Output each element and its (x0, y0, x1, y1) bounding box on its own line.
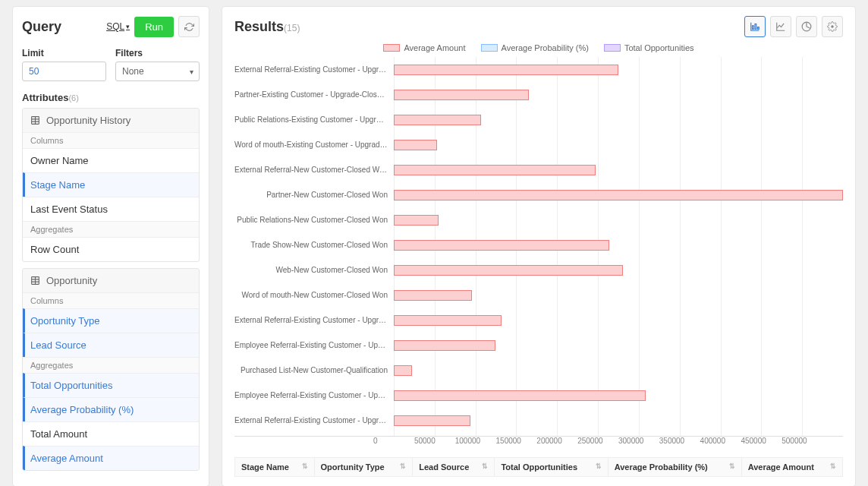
chart-category-label: Partner-Existing Customer - Upgrade-Clos… (234, 90, 394, 99)
sort-icon: ⇅ (729, 462, 735, 470)
chart-row: Purchased List-New Customer-Qualificatio… (234, 359, 843, 382)
attribute-item[interactable]: Average Probability (%) (23, 397, 199, 421)
limit-input[interactable] (22, 62, 106, 81)
svg-point-6 (831, 25, 834, 28)
filters-select[interactable]: None (115, 62, 200, 81)
legend-item[interactable]: Average Probability (%) (481, 43, 589, 52)
legend-item[interactable]: Total Opportunities (604, 43, 694, 52)
attribute-table-header[interactable]: Opportunity (23, 269, 199, 292)
refresh-button[interactable] (178, 16, 200, 37)
sql-label: SQL (106, 21, 124, 32)
chart-bar[interactable] (394, 315, 502, 326)
chart-category-label: Trade Show-New Customer-Closed Won (234, 241, 394, 249)
chart-category-label: External Referral-Existing Customer - Up… (234, 65, 394, 74)
chart-bar[interactable] (394, 240, 609, 251)
chart-bar[interactable] (394, 115, 481, 125)
column-label: Oportunity Type (321, 462, 385, 472)
results-title: Results (234, 19, 284, 34)
settings-button[interactable] (822, 16, 843, 37)
chart-row: Web-New Customer-Closed Won (234, 259, 843, 282)
chart-category-label: Employee Referral-Existing Customer - Up… (234, 391, 394, 399)
column-label: Stage Name (241, 462, 289, 472)
chart-bar-track (394, 209, 843, 232)
chart-row: Employee Referral-Existing Customer - Up… (234, 334, 843, 357)
chart-bar[interactable] (394, 140, 437, 150)
attribute-item[interactable]: Total Amount (23, 421, 199, 446)
legend-item[interactable]: Average Amount (383, 43, 465, 52)
chart-category-label: External Referral-New Customer-Closed Wo… (234, 166, 394, 174)
chart-bar[interactable] (394, 90, 529, 100)
limit-label: Limit (22, 48, 106, 58)
chart-row: Public Relations-Existing Customer - Upg… (234, 109, 843, 131)
chart-bar[interactable] (394, 390, 646, 401)
sql-dropdown[interactable]: SQL ▾ (106, 21, 130, 32)
chart-category-label: External Referral-Existing Customer - Up… (234, 316, 394, 324)
attributes-count: (6) (68, 93, 78, 103)
chart-category-label: Word of mouth-New Customer-Closed Won (234, 291, 394, 299)
attribute-item[interactable]: Row Count (23, 237, 199, 261)
bar-chart-button[interactable] (744, 16, 766, 37)
chart-category-label: Public Relations-Existing Customer - Upg… (234, 115, 394, 124)
query-panel: Query SQL ▾ Run Limit Filters (12, 6, 209, 486)
chart-bar[interactable] (394, 340, 495, 351)
chart-bar-track (394, 384, 843, 407)
legend-swatch (481, 44, 498, 52)
attribute-item[interactable]: Last Event Status (23, 197, 199, 221)
chart-bar[interactable] (394, 190, 843, 200)
attribute-item[interactable]: Stage Name (23, 172, 199, 197)
chart-bar-track (394, 409, 843, 432)
svg-rect-2 (753, 26, 754, 30)
legend-swatch (383, 44, 400, 52)
columns-subhead: Columns (23, 292, 199, 308)
attribute-item[interactable]: Owner Name (23, 148, 199, 172)
chart-row: Partner-New Customer-Closed Won (234, 184, 843, 207)
chart-row: External Referral-Existing Customer - Up… (234, 58, 843, 81)
table-column-header[interactable]: Total Opportunities⇅ (495, 458, 608, 477)
table-column-header[interactable]: Stage Name⇅ (235, 458, 315, 477)
legend-label: Average Probability (%) (502, 43, 589, 52)
chart-row: Word of mouth-New Customer-Closed Won (234, 284, 843, 307)
line-chart-button[interactable] (770, 16, 791, 37)
results-table: Stage Name⇅Oportunity Type⇅Lead Source⇅T… (234, 457, 843, 477)
pie-chart-button[interactable] (796, 16, 817, 37)
chart-row: Public Relations-New Customer-Closed Won (234, 209, 843, 232)
chart-bar-track (394, 159, 843, 181)
chevron-down-icon: ▾ (126, 23, 130, 30)
attribute-item[interactable]: Average Amount (23, 446, 199, 470)
table-column-header[interactable]: Average Probability (%)⇅ (608, 458, 741, 477)
chart-bar[interactable] (394, 265, 623, 276)
attribute-block: OpportunityColumnsOportunity TypeLead So… (22, 268, 200, 471)
columns-subhead: Columns (23, 132, 199, 148)
chart-category-label: Public Relations-New Customer-Closed Won (234, 216, 394, 224)
attribute-item[interactable]: Oportunity Type (23, 308, 199, 333)
x-axis-tick: 200000 (536, 437, 577, 445)
chart-row: Partner-Existing Customer - Upgrade-Clos… (234, 84, 843, 106)
chart-category-label: Employee Referral-Existing Customer - Up… (234, 341, 394, 349)
x-axis-tick: 450000 (741, 437, 782, 445)
aggregates-subhead: Aggregates (23, 221, 199, 237)
chart-bar[interactable] (394, 290, 472, 301)
legend-swatch (604, 44, 621, 52)
chart-category-label: Web-New Customer-Closed Won (234, 266, 394, 274)
chart-bar[interactable] (394, 65, 618, 75)
chart-category-label: Partner-New Customer-Closed Won (234, 191, 394, 199)
run-button[interactable]: Run (134, 17, 174, 37)
attribute-block: Opportunity HistoryColumnsOwner NameStag… (22, 108, 200, 262)
attribute-item[interactable]: Lead Source (23, 333, 199, 357)
chart-bar[interactable] (394, 165, 596, 175)
chart-category-label: External Referral-Existing Customer - Up… (234, 416, 394, 424)
results-count: (15) (284, 23, 300, 33)
chart-row: Word of mouth-Existing Customer - Upgrad… (234, 134, 843, 156)
chart-bar[interactable] (394, 215, 439, 226)
table-column-header[interactable]: Average Amount⇅ (741, 458, 842, 477)
chart-bar[interactable] (394, 415, 470, 426)
chart-bar[interactable] (394, 365, 412, 376)
x-axis-tick: 50000 (414, 437, 455, 445)
chart-bar-track (394, 234, 843, 257)
sort-icon: ⇅ (830, 462, 836, 470)
table-column-header[interactable]: Oportunity Type⇅ (314, 458, 413, 477)
attribute-table-header[interactable]: Opportunity History (23, 109, 199, 132)
table-column-header[interactable]: Lead Source⇅ (413, 458, 495, 477)
line-chart-icon (775, 21, 786, 32)
attribute-item[interactable]: Total Opportunities (23, 373, 199, 397)
